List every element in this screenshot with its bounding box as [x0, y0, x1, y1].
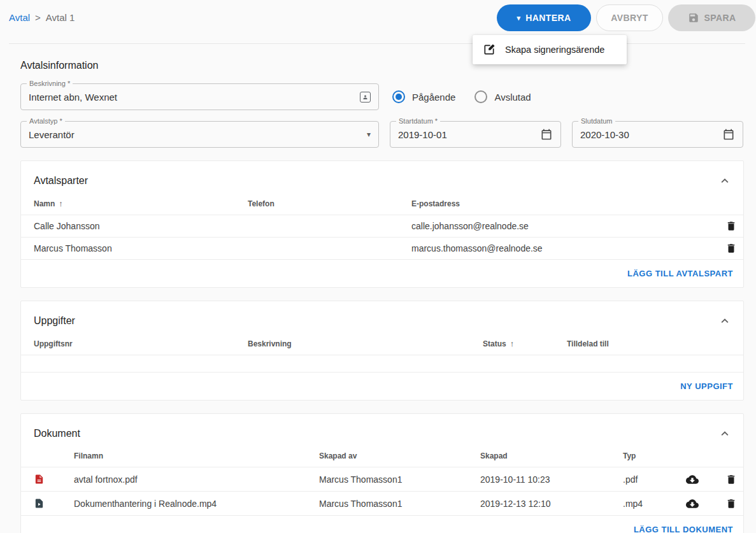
toolbar-actions: ▾ HANTERA AVBRYT SPARA [497, 4, 755, 31]
uppgifter-table-header: Uppgiftsnr Beskrivning Status ↑ Tilldela… [21, 339, 743, 355]
beskrivning-field[interactable]: Beskrivning * Internet abn, Wexnet [20, 83, 379, 110]
radio-unselected-icon [474, 90, 487, 103]
column-header-beskrivning[interactable]: Beskrivning [248, 339, 483, 348]
add-avtalspart-button[interactable]: LÄGG TILL AVTALSPART [627, 269, 733, 278]
cell-skapad-av: Marcus Thomasson1 [319, 499, 480, 509]
download-icon[interactable] [685, 472, 700, 487]
cell-namn: Calle Johansson [34, 221, 248, 231]
hantera-button-label: HANTERA [525, 13, 571, 23]
signature-icon [483, 43, 496, 56]
radio-pagaende-label: Pågående [412, 92, 455, 103]
delete-icon[interactable] [724, 473, 738, 487]
startdatum-field[interactable]: Startdatum * 2019-10-01 [390, 121, 561, 148]
form-row-2: Avtalstyp * Leverantör ▾ Startdatum * 20… [20, 121, 744, 148]
text-input-icon [360, 92, 371, 103]
column-label: Telefon [248, 199, 275, 208]
breadcrumb-link-avtal[interactable]: Avtal [9, 12, 30, 23]
calendar-icon[interactable] [722, 128, 735, 141]
collapse-chevron-icon[interactable] [717, 313, 733, 329]
new-uppgift-button[interactable]: NY UPPGIFT [680, 381, 733, 391]
empty-table-row [21, 355, 743, 372]
spara-button-label: SPARA [704, 13, 736, 23]
slutdatum-field[interactable]: Slutdatum 2020-10-30 [572, 121, 743, 148]
status-radio-group: Pågående Avslutad [392, 90, 531, 103]
uppgifter-header: Uppgifter [21, 301, 743, 339]
column-label: Tilldelad till [567, 339, 609, 348]
pdf-file-icon [34, 474, 45, 485]
save-icon [688, 12, 699, 24]
column-header-typ[interactable]: Typ [623, 451, 685, 460]
cell-skapad: 2019-10-11 10:23 [480, 474, 623, 485]
column-header-skapad-av[interactable]: Skapad av [319, 451, 480, 460]
beskrivning-value: Internet abn, Wexnet [29, 92, 360, 103]
calendar-icon[interactable] [540, 128, 553, 141]
column-header-uppgiftsnr[interactable]: Uppgiftsnr [34, 339, 248, 348]
topbar: Avtal > Avtal 1 ▾ HANTERA AVBRYT SPARA [0, 0, 756, 43]
column-label: Typ [623, 451, 636, 460]
page-title: Avtalsinformation [20, 60, 744, 71]
spara-button[interactable]: SPARA [668, 4, 755, 31]
slutdatum-label: Slutdatum [578, 117, 615, 125]
radio-pagaende[interactable]: Pågående [392, 90, 455, 103]
delete-icon[interactable] [724, 497, 738, 511]
avtalsparter-card: Avtalsparter Namn ↑ Telefon E-postadress [20, 160, 744, 288]
cell-filnamn: Dokumenthantering i Realnode.mp4 [74, 499, 319, 509]
breadcrumb-current: Avtal 1 [46, 12, 75, 23]
column-label: Filnamn [74, 451, 103, 460]
collapse-chevron-icon[interactable] [717, 425, 733, 442]
contract-detail-page: Avtal > Avtal 1 ▾ HANTERA AVBRYT SPARA [0, 0, 756, 533]
avbryt-button-label: AVBRYT [611, 13, 648, 23]
breadcrumb: Avtal > Avtal 1 [9, 12, 75, 23]
menu-item-skapa-signeringsarende[interactable]: Skapa signeringsärende [473, 35, 627, 64]
dokument-header: Dokument [21, 414, 743, 451]
column-header-skapad[interactable]: Skapad [480, 451, 623, 460]
radio-avslutad-label: Avslutad [494, 92, 531, 103]
column-header-tilldelad[interactable]: Tilldelad till [567, 339, 738, 348]
delete-icon[interactable] [724, 219, 738, 233]
column-label: Uppgiftsnr [34, 339, 73, 348]
radio-selected-icon [392, 90, 405, 103]
video-file-icon [34, 498, 45, 509]
delete-icon[interactable] [724, 241, 738, 255]
sort-asc-icon: ↑ [59, 199, 63, 208]
cell-filnamn: avtal fortnox.pdf [74, 474, 319, 485]
avtalstyp-value: Leverantör [29, 129, 367, 140]
avtalstyp-select[interactable]: Avtalstyp * Leverantör ▾ [20, 121, 379, 148]
dokument-title: Dokument [34, 428, 80, 439]
uppgifter-card: Uppgifter Uppgiftsnr Beskrivning Status … [20, 301, 744, 401]
radio-avslutad[interactable]: Avslutad [474, 90, 531, 103]
table-row: Dokumenthantering i Realnode.mp4 Marcus … [21, 491, 743, 515]
avtalstyp-label: Avtalstyp * [27, 117, 65, 125]
startdatum-label: Startdatum * [396, 117, 440, 125]
caret-down-icon: ▾ [517, 15, 520, 22]
table-row: Calle Johansson calle.johansson@realnode… [21, 215, 743, 237]
column-label: Skapad [480, 451, 508, 460]
column-header-status[interactable]: Status ↑ [483, 339, 567, 348]
caret-down-icon: ▾ [367, 130, 371, 139]
menu-item-label: Skapa signeringsärende [505, 45, 604, 55]
add-dokument-button[interactable]: LÄGG TILL DOKUMENT [634, 525, 733, 533]
cell-typ: .pdf [623, 474, 685, 485]
column-header-namn[interactable]: Namn ↑ [34, 199, 248, 208]
table-row: Marcus Thomasson marcus.thomasson@realno… [21, 237, 743, 259]
cell-typ: .mp4 [623, 499, 685, 509]
download-icon[interactable] [685, 496, 700, 511]
column-header-epost[interactable]: E-postadress [411, 199, 714, 208]
column-label: Status [483, 339, 506, 348]
column-label: Beskrivning [248, 339, 292, 348]
column-header-telefon[interactable]: Telefon [248, 199, 411, 208]
cell-skapad-av: Marcus Thomasson1 [319, 474, 480, 485]
avtalsparter-footer: LÄGG TILL AVTALSPART [21, 259, 743, 287]
column-header-filnamn[interactable]: Filnamn [74, 451, 319, 460]
avbryt-button[interactable]: AVBRYT [596, 4, 663, 31]
cell-skapad: 2019-12-13 12:10 [480, 499, 623, 509]
collapse-chevron-icon[interactable] [717, 173, 733, 189]
header-divider [9, 43, 745, 44]
form-row-1: Beskrivning * Internet abn, Wexnet Pågåe… [20, 83, 744, 110]
sort-asc-icon: ↑ [510, 339, 515, 348]
cell-namn: Marcus Thomasson [34, 243, 248, 253]
main-content: Avtalsinformation Beskrivning * Internet… [0, 60, 756, 533]
cell-epost: marcus.thomasson@realnode.se [411, 243, 714, 253]
hantera-button[interactable]: ▾ HANTERA [497, 4, 591, 31]
avtalsparter-table-header: Namn ↑ Telefon E-postadress [21, 199, 743, 215]
